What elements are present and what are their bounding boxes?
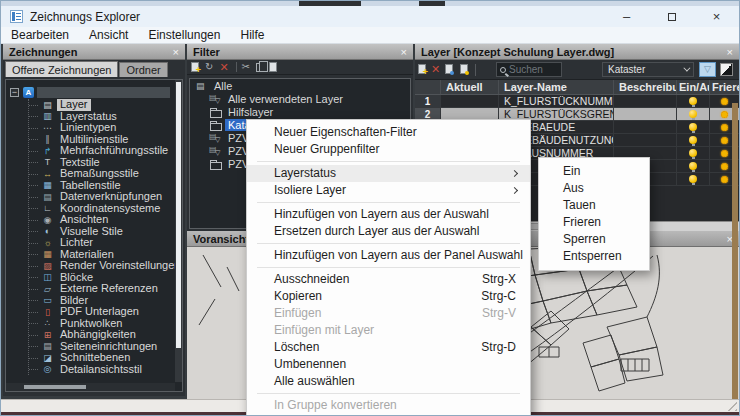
menu-item[interactable]: Bearbeiten (1, 28, 79, 42)
tree-item[interactable]: ▯ PDF Unterlagen (29, 306, 183, 318)
context-menu-item[interactable] (257, 267, 520, 268)
new-vp-layer-icon[interactable] (445, 64, 453, 74)
context-menu-item[interactable]: Kopieren Strg-C (247, 288, 530, 305)
column-header[interactable]: Layer-Name (499, 80, 614, 94)
bulb-on-icon[interactable] (689, 136, 697, 144)
maximize-button[interactable] (649, 6, 694, 27)
new-layer-icon[interactable] (418, 64, 426, 74)
on-off-cell[interactable] (677, 173, 710, 185)
context-menu-item[interactable]: In Gruppe konvertieren (247, 397, 530, 414)
on-off-cell[interactable] (677, 108, 710, 120)
column-header[interactable]: Frieren (710, 80, 739, 94)
sun-thaw-icon[interactable] (721, 176, 728, 183)
context-menu-item[interactable] (257, 393, 520, 394)
layer-name-cell[interactable]: K_FLURSTÜCKNUMMER (499, 95, 614, 107)
on-off-cell[interactable] (677, 160, 710, 172)
tree-item[interactable]: ◉ Ansichten (29, 214, 183, 226)
tree-item[interactable]: ◐ Visuelle Stile (29, 226, 183, 238)
minimize-button[interactable]: – (604, 6, 649, 27)
tree-item[interactable]: ☼ Lichter (29, 237, 183, 249)
bulb-on-icon[interactable] (689, 97, 697, 105)
cut-icon[interactable]: ✂ (242, 62, 250, 72)
sun-thaw-icon[interactable] (721, 137, 728, 144)
close-icon[interactable]: × (401, 47, 407, 57)
menu-item[interactable]: Ansicht (79, 28, 138, 42)
context-menu-item[interactable]: Einfügen Strg-V (247, 305, 530, 322)
context-menu-item[interactable] (257, 202, 520, 203)
bulb-on-icon[interactable] (689, 123, 697, 131)
description-cell[interactable] (614, 134, 677, 146)
on-off-cell[interactable] (677, 121, 710, 133)
context-menu-item[interactable]: Alle auswählen (247, 373, 530, 390)
submenu-item[interactable]: Aus (539, 180, 649, 197)
submenu-item[interactable]: Tauen (539, 197, 649, 214)
bulb-on-icon[interactable] (689, 162, 697, 170)
tree-item[interactable]: ↱ Mehrfachführungsstile (29, 145, 183, 157)
toggle-all-layers-icon[interactable] (460, 64, 468, 74)
search-input[interactable] (509, 64, 558, 75)
description-cell[interactable] (614, 121, 677, 133)
filter-toggle-button[interactable]: ▽ (699, 62, 716, 77)
filter-tree-item[interactable]: Alle verwendeten Layer (190, 92, 410, 105)
tab[interactable]: Ordner (119, 62, 167, 77)
sun-thaw-icon[interactable] (721, 163, 728, 170)
table-row[interactable]: 1 K_FLURSTÜCKNUMMER (415, 95, 739, 108)
submenu-item[interactable]: Frieren (539, 214, 649, 231)
context-menu-item[interactable]: Umbenennen (247, 356, 530, 373)
drawing-name-highlight[interactable] (37, 87, 170, 98)
context-menu-item[interactable]: Neuer Eigenschaften-Filter (247, 124, 530, 141)
menu-item[interactable]: Einstellungen (138, 28, 230, 42)
copy-icon[interactable] (256, 63, 263, 72)
title-bar[interactable]: Zeichnungs Explorer – × (1, 6, 739, 27)
tree-item[interactable]: ◪ Schnittebenen (29, 352, 183, 364)
tree-item[interactable]: ▤ Layer (29, 99, 183, 111)
paste-icon[interactable] (269, 62, 277, 72)
tree-item[interactable]: ↔ Bemaßungsstile (29, 168, 183, 180)
bulb-on-icon[interactable] (689, 175, 697, 183)
new-filter-icon[interactable] (191, 62, 199, 72)
context-menu-item[interactable]: Hinzufügen von Layern aus der Panel Ausw… (247, 247, 530, 264)
on-off-cell[interactable] (677, 134, 710, 146)
close-button[interactable]: × (694, 6, 739, 27)
context-menu-item[interactable] (257, 243, 520, 244)
horizontal-scrollbar[interactable] (6, 383, 175, 391)
tree-item[interactable]: ▤ Datenverknüpfungen (29, 191, 183, 203)
close-icon[interactable]: × (173, 47, 179, 57)
context-menu-item[interactable]: Hinzufügen von Layern aus der Auswahl (247, 206, 530, 223)
close-icon[interactable]: × (727, 47, 733, 57)
delete-icon[interactable]: ✕ (219, 62, 228, 72)
scrollbar-thumb[interactable] (24, 385, 86, 389)
tree-item[interactable]: ▨ Render Voreinstellungen (29, 260, 183, 272)
tab[interactable]: Offene Zeichnungen (5, 61, 118, 77)
description-cell[interactable] (614, 108, 677, 120)
context-menu-item[interactable]: Isoliere Layer (247, 182, 530, 199)
context-menu-item[interactable]: Layerstatus (247, 165, 530, 182)
tree-item[interactable]: ⊞ Abhängigkeiten (29, 329, 183, 341)
submenu-item[interactable]: Ein (539, 163, 649, 180)
sun-thaw-icon[interactable] (721, 111, 728, 118)
menu-item[interactable]: Hilfe (230, 28, 274, 42)
right-edge-scroll-strip[interactable] (732, 103, 738, 416)
context-menu-item[interactable]: Einfügen mit Layer (247, 322, 530, 339)
sun-thaw-icon[interactable] (721, 124, 728, 131)
bulb-on-icon[interactable] (689, 110, 697, 118)
vertical-scrollbar[interactable] (175, 80, 182, 382)
column-header[interactable]: Ein/Aus (677, 80, 710, 94)
description-cell[interactable] (614, 95, 677, 107)
filter-tree-item[interactable]: Alle (190, 79, 410, 92)
column-header[interactable]: Beschreibung (614, 80, 677, 94)
collapse-icon[interactable]: − (10, 88, 19, 97)
on-off-cell[interactable] (677, 147, 710, 159)
delete-layer-icon[interactable]: ✕ (431, 64, 440, 74)
sun-thaw-icon[interactable] (721, 150, 728, 157)
current-layer-cell[interactable] (441, 95, 499, 107)
context-menu-item[interactable]: Ausschneiden Strg-X (247, 271, 530, 288)
column-header[interactable]: Aktuell (441, 80, 499, 94)
invert-filter-button[interactable] (720, 63, 733, 76)
context-menu-item[interactable] (257, 161, 520, 162)
column-header[interactable] (415, 80, 441, 94)
submenu-item[interactable]: Entsperren (539, 248, 649, 265)
bulb-on-icon[interactable] (689, 149, 697, 157)
sun-thaw-icon[interactable] (721, 98, 728, 105)
tree-item[interactable]: ▱ Externe Referenzen (29, 283, 183, 295)
